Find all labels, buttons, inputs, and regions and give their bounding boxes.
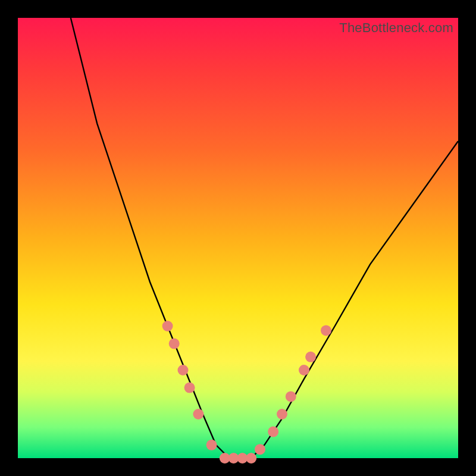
watermark-label: TheBottleneck.com <box>339 20 453 36</box>
curve-marker <box>286 391 296 402</box>
curve-marker <box>255 444 265 455</box>
curve-marker <box>305 352 316 362</box>
plot-area: TheBottleneck.com <box>18 18 458 458</box>
curve-marker <box>246 453 256 464</box>
curve-marker <box>193 409 203 419</box>
curve-marker <box>277 409 287 419</box>
curve-marker <box>321 325 331 336</box>
curve-marker <box>169 339 180 349</box>
bottleneck-curve <box>18 18 458 458</box>
curve-markers <box>162 321 331 464</box>
curve-marker <box>299 365 309 375</box>
curve-marker <box>178 365 189 375</box>
curve-marker <box>162 321 173 331</box>
curve-marker <box>184 383 195 393</box>
curve-marker <box>206 440 217 450</box>
curve-marker <box>268 427 278 437</box>
curve-line <box>71 18 458 458</box>
chart-frame: TheBottleneck.com <box>0 0 476 476</box>
